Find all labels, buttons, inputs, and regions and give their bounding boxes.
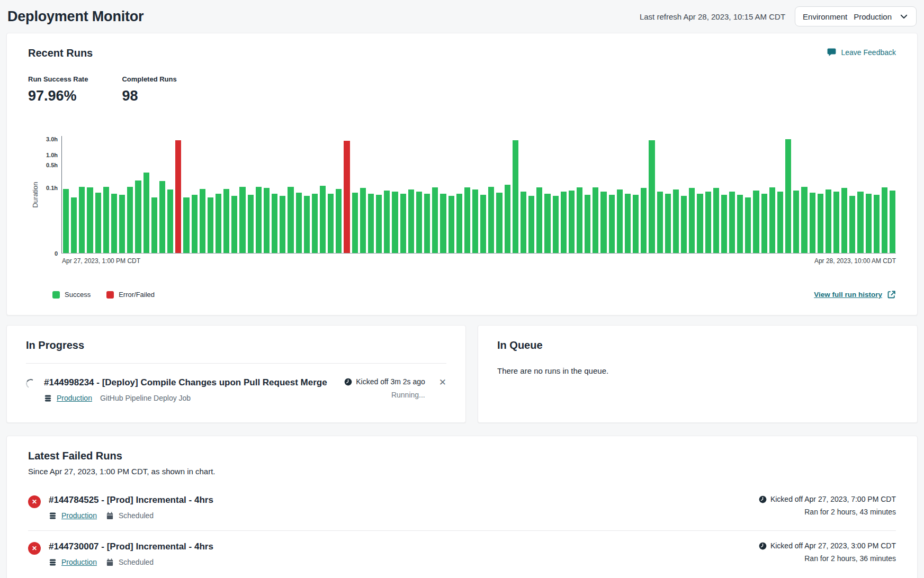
chart-bar-success[interactable] — [681, 196, 687, 253]
chart-bar-success[interactable] — [761, 194, 767, 253]
chart-bar-success[interactable] — [488, 187, 494, 253]
chart-bar-success[interactable] — [641, 188, 647, 253]
chart-bar-success[interactable] — [192, 195, 198, 253]
chart-bar-success[interactable] — [528, 196, 534, 253]
chart-bar-success[interactable] — [849, 196, 855, 253]
chart-bar-success[interactable] — [448, 196, 454, 253]
chart-bar-success[interactable] — [857, 192, 863, 253]
chart-bar-success[interactable] — [536, 187, 542, 253]
chart-bar-success[interactable] — [513, 140, 518, 253]
chart-bar-success[interactable] — [777, 192, 783, 253]
environment-link[interactable]: Production — [57, 394, 92, 402]
chart-bar-success[interactable] — [689, 188, 695, 253]
chart-bar-success[interactable] — [793, 191, 799, 253]
chart-bar-success[interactable] — [360, 188, 366, 253]
cancel-run-button[interactable]: ✕ — [439, 378, 446, 387]
chart-bar-success[interactable] — [721, 195, 727, 253]
chart-bar-success[interactable] — [312, 194, 318, 253]
chart-bar-success[interactable] — [464, 187, 470, 253]
chart-bar-success[interactable] — [697, 194, 703, 253]
environment-dropdown[interactable]: Environment Production — [795, 6, 917, 26]
chart-bar-success[interactable] — [119, 195, 125, 253]
chart-bar-success[interactable] — [127, 187, 133, 253]
chart-bar-success[interactable] — [424, 194, 430, 253]
chart-bar-success[interactable] — [159, 181, 165, 253]
chart-bar-success[interactable] — [874, 195, 880, 253]
chart-bar-success[interactable] — [456, 194, 462, 253]
chart-bar-success[interactable] — [296, 193, 302, 253]
chart-bar-success[interactable] — [368, 194, 374, 253]
chart-bar-success[interactable] — [63, 189, 69, 253]
chart-bar-success[interactable] — [841, 188, 847, 253]
chart-bar-success[interactable] — [200, 189, 205, 253]
chart-bar-success[interactable] — [384, 191, 390, 253]
chart-bar-success[interactable] — [617, 189, 623, 253]
chart-bar-success[interactable] — [882, 187, 887, 253]
chart-bar-success[interactable] — [769, 187, 775, 253]
chart-bar-success[interactable] — [280, 196, 285, 253]
chart-bar-success[interactable] — [810, 193, 815, 253]
chart-bar-success[interactable] — [561, 192, 567, 253]
chart-bar-success[interactable] — [183, 197, 189, 253]
chart-bar-success[interactable] — [79, 187, 85, 253]
chart-bar-success[interactable] — [480, 195, 486, 253]
chart-bar-success[interactable] — [585, 195, 590, 253]
chart-bar-failed[interactable] — [175, 140, 181, 253]
chart-bar-success[interactable] — [818, 194, 823, 253]
chart-bar-success[interactable] — [208, 197, 213, 253]
chart-bar-success[interactable] — [151, 197, 157, 253]
chart-bar-success[interactable] — [216, 194, 221, 253]
chart-bar-success[interactable] — [272, 194, 277, 253]
chart-bar-success[interactable] — [392, 192, 398, 253]
chart-bar-success[interactable] — [657, 192, 663, 253]
chart-bar-success[interactable] — [553, 196, 559, 253]
chart-bar-success[interactable] — [264, 188, 270, 253]
chart-bar-success[interactable] — [705, 192, 711, 253]
chart-bar-success[interactable] — [239, 187, 245, 253]
chart-bar-success[interactable] — [633, 195, 639, 253]
chart-bar-failed[interactable] — [344, 141, 349, 253]
chart-bar-success[interactable] — [609, 195, 615, 253]
environment-link[interactable]: Production — [61, 511, 97, 520]
chart-bar-success[interactable] — [432, 187, 438, 253]
chart-bar-success[interactable] — [103, 187, 109, 253]
view-full-run-history-link[interactable]: View full run history — [814, 290, 896, 299]
chart-bar-success[interactable] — [336, 189, 342, 253]
chart-bar-success[interactable] — [288, 187, 293, 253]
chart-bar-success[interactable] — [577, 187, 582, 253]
chart-bar-success[interactable] — [328, 194, 334, 253]
chart-bar-success[interactable] — [890, 191, 895, 253]
chart-bar-success[interactable] — [87, 187, 93, 253]
chart-bar-success[interactable] — [521, 192, 526, 253]
chart-bar-success[interactable] — [753, 191, 759, 253]
chart-bar-success[interactable] — [729, 192, 735, 253]
chart-bar-success[interactable] — [248, 195, 254, 253]
chart-bar-success[interactable] — [135, 180, 141, 253]
environment-link[interactable]: Production — [61, 558, 97, 566]
leave-feedback-link[interactable]: Leave Feedback — [827, 47, 896, 57]
chart-bar-success[interactable] — [544, 194, 550, 253]
chart-bar-success[interactable] — [352, 193, 358, 253]
chart-bar-success[interactable] — [713, 188, 719, 253]
chart-bar-success[interactable] — [673, 189, 679, 253]
chart-bar-success[interactable] — [111, 194, 117, 253]
chart-bar-success[interactable] — [416, 192, 422, 253]
chart-bar-success[interactable] — [223, 189, 229, 253]
chart-bar-success[interactable] — [320, 186, 326, 253]
chart-bar-success[interactable] — [569, 191, 575, 253]
chart-bar-success[interactable] — [376, 195, 382, 253]
chart-bar-success[interactable] — [408, 189, 414, 253]
chart-bar-success[interactable] — [256, 187, 262, 253]
chart-bar-success[interactable] — [649, 140, 654, 253]
chart-bar-success[interactable] — [143, 173, 149, 253]
chart-bar-success[interactable] — [600, 192, 606, 253]
chart-bar-success[interactable] — [400, 194, 406, 253]
chart-bar-success[interactable] — [785, 139, 791, 253]
chart-bar-success[interactable] — [472, 189, 478, 253]
chart-bar-success[interactable] — [625, 194, 631, 253]
chart-bar-success[interactable] — [496, 193, 502, 253]
chart-bar-success[interactable] — [745, 197, 751, 253]
chart-bar-success[interactable] — [71, 197, 77, 253]
chart-bar-success[interactable] — [665, 194, 671, 253]
chart-bar-success[interactable] — [737, 195, 743, 253]
